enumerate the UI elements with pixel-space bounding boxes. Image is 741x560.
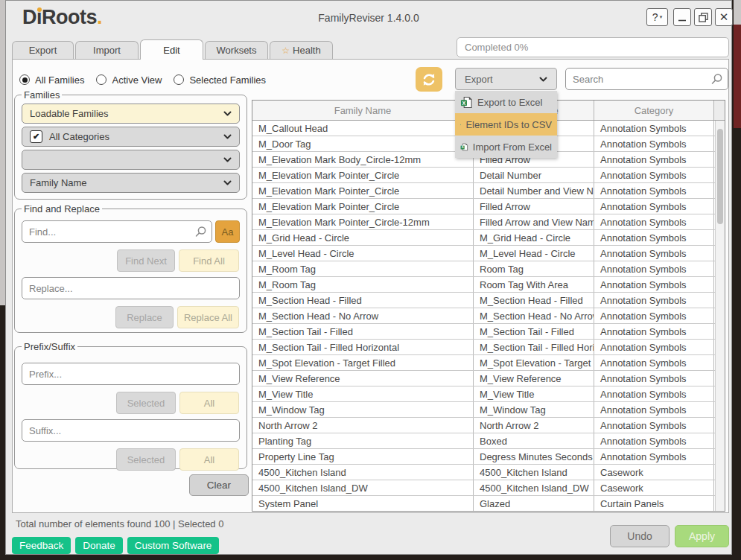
cell-category: Annotation Symbols xyxy=(594,418,714,433)
cell-category: Annotation Symbols xyxy=(594,136,714,151)
find-all-button[interactable]: Find All xyxy=(179,249,239,272)
prefix-input[interactable] xyxy=(22,363,240,385)
maximize-button[interactable] xyxy=(694,8,712,26)
table-row[interactable]: M_Section Head - No Arrow M_Section Head… xyxy=(252,308,715,324)
category-filter-dropdown[interactable] xyxy=(22,150,240,170)
table-row[interactable]: M_View Title M_View Title Annotation Sym… xyxy=(252,386,715,402)
table-row[interactable]: M_Elevation Mark Pointer_Circle Detail N… xyxy=(252,168,715,183)
radio-all-families[interactable]: All Families xyxy=(19,74,84,86)
export-dropdown-button[interactable]: Export xyxy=(455,68,557,90)
tab-worksets[interactable]: ☆ Worksets xyxy=(205,41,268,59)
find-replace-legend: Find and Replace xyxy=(22,203,102,214)
family-type-dropdown[interactable]: Loadable Families xyxy=(22,104,240,124)
cell-category: Annotation Symbols xyxy=(594,230,714,245)
replace-input[interactable] xyxy=(22,277,240,299)
cell-family-name: M_Section Tail - Filled Horizontal xyxy=(252,340,474,354)
tab-health[interactable]: ☆ Health xyxy=(270,41,333,59)
table-row[interactable]: M_Spot Elevation - Target Filled M_Spot … xyxy=(252,355,715,371)
table-row[interactable]: M_Level Head - Circle M_Level Head - Cir… xyxy=(252,246,715,261)
table-scrollbar[interactable] xyxy=(715,121,725,511)
menu-element-ids-to-csv[interactable]: X Element IDs to CSV xyxy=(455,113,557,136)
table-row[interactable]: 4500_Kitchen Island 4500_Kitchen Island … xyxy=(252,465,715,480)
all-categories-checkbox[interactable]: ✔ xyxy=(30,130,42,143)
cell-category: Annotation Symbols xyxy=(594,433,714,448)
column-header-category[interactable]: Category xyxy=(594,101,714,120)
prefix-suffix-section: Prefix/Suffix Selected All Selected All xyxy=(14,341,247,469)
table-row[interactable]: M_Room Tag Room Tag With Area Annotation… xyxy=(252,277,715,293)
cell-family-name: M_Elevation Mark Pointer_Circle xyxy=(252,199,474,214)
star-icon: ☆ xyxy=(282,45,290,56)
column-header-family-name[interactable]: Family Name xyxy=(252,101,474,120)
find-input[interactable] xyxy=(22,220,212,243)
export-menu: X Export to Excel X Element IDs to CSV xyxy=(455,91,557,158)
close-button[interactable]: ✕ xyxy=(715,8,733,26)
cell-family-name: M_Elevation Mark Pointer_Circle-12mm xyxy=(252,214,474,229)
find-next-button[interactable]: Find Next xyxy=(117,249,175,272)
table-body: M_Callout Head Annotation Symbols M_Door… xyxy=(252,121,715,511)
prefix-selected-button[interactable]: Selected xyxy=(116,392,176,414)
radio-selected-families[interactable]: Selected Families xyxy=(174,74,266,86)
table-row[interactable]: M_Room Tag Room Tag Annotation Symbols xyxy=(252,261,715,277)
prefix-all-button[interactable]: All xyxy=(179,392,239,414)
table-row[interactable]: North Arrow 2 North Arrow 2 Annotation S… xyxy=(252,418,715,433)
cell-category: Annotation Symbols xyxy=(594,402,714,417)
tab-export[interactable]: ☆ Export xyxy=(12,41,74,59)
undo-button[interactable]: Undo xyxy=(610,525,670,547)
cell-type-name: North Arrow 2 xyxy=(474,418,594,433)
table-row[interactable]: M_Elevation Mark Pointer_Circle Detail N… xyxy=(252,183,715,199)
table-row[interactable]: M_Section Tail - Filled Horizontal M_Sec… xyxy=(252,340,715,355)
menu-export-to-excel[interactable]: X Export to Excel xyxy=(455,91,557,113)
help-button[interactable]: ?▾ xyxy=(646,8,668,26)
window-title: FamilyReviser 1.4.0.0 xyxy=(6,12,731,24)
table-row[interactable]: Property Line Tag Degress Minutes Second… xyxy=(252,449,715,465)
suffix-input[interactable] xyxy=(22,419,240,442)
scrollbar-thumb[interactable] xyxy=(717,129,723,224)
cell-category: Casework xyxy=(594,480,714,495)
minimize-button[interactable] xyxy=(673,8,691,26)
table-row[interactable]: M_Section Head - Filled M_Section Head -… xyxy=(252,293,715,308)
svg-text:X: X xyxy=(462,145,464,149)
donate-button[interactable]: Donate xyxy=(75,537,123,554)
match-case-button[interactable]: Aa xyxy=(215,220,240,243)
search-input[interactable] xyxy=(565,68,728,90)
cell-category: Annotation Symbols xyxy=(594,371,714,386)
custom-software-button[interactable]: Custom Software xyxy=(127,537,220,554)
replace-button[interactable]: Replace xyxy=(115,306,174,328)
menu-import-from-excel[interactable]: X Import From Excel xyxy=(455,136,557,158)
chevron-down-icon xyxy=(223,157,232,162)
suffix-all-button[interactable]: All xyxy=(179,448,239,471)
table-row[interactable]: 4500_Kitchen Island_DW 4500_Kitchen Isla… xyxy=(252,480,715,496)
replace-all-button[interactable]: Replace All xyxy=(177,306,239,328)
refresh-button[interactable] xyxy=(416,67,442,92)
categories-dropdown[interactable]: ✔All Categories xyxy=(22,127,240,147)
cell-category: Annotation Symbols xyxy=(594,355,714,370)
cell-family-name: M_View Title xyxy=(252,386,474,401)
footer-links: Feedback Donate Custom Software xyxy=(12,537,219,554)
cell-type-name: Boxed xyxy=(474,433,594,448)
svg-text:X: X xyxy=(462,100,466,106)
table-row[interactable]: M_Grid Head - Circle M_Grid Head - Circl… xyxy=(252,230,715,246)
cell-type-name: Degress Minutes Seconds xyxy=(474,449,594,464)
tab-import[interactable]: ☆ Import xyxy=(75,41,139,59)
table-row[interactable]: Planting Tag Boxed Annotation Symbols xyxy=(252,433,715,449)
table-row[interactable]: M_Elevation Mark Pointer_Circle Filled A… xyxy=(252,199,715,214)
minimize-icon xyxy=(678,13,687,22)
feedback-button[interactable]: Feedback xyxy=(12,537,71,554)
chevron-down-icon xyxy=(223,134,232,139)
cell-type-name: M_View Title xyxy=(474,386,594,401)
clear-button[interactable]: Clear xyxy=(189,474,249,496)
table-row[interactable]: M_Elevation Mark Pointer_Circle-12mm Fil… xyxy=(252,214,715,230)
desktop-background-strip-left xyxy=(0,0,5,305)
cell-type-name: M_View Reference xyxy=(474,371,594,386)
sort-by-dropdown[interactable]: Family Name xyxy=(22,173,240,193)
table-row[interactable]: M_Window Tag M_Window Tag Annotation Sym… xyxy=(252,402,715,418)
table-row[interactable]: System Panel Glazed Curtain Panels xyxy=(252,496,715,511)
table-row[interactable]: M_View Reference M_View Reference Annota… xyxy=(252,371,715,386)
table-row[interactable]: M_Section Tail - Filled M_Section Tail -… xyxy=(252,324,715,340)
apply-button[interactable]: Apply xyxy=(675,525,729,547)
radio-active-view[interactable]: Active View xyxy=(96,74,162,86)
suffix-selected-button[interactable]: Selected xyxy=(116,448,176,471)
cell-type-name: Room Tag With Area xyxy=(474,277,594,292)
tab-edit[interactable]: ☆ Edit xyxy=(140,39,203,60)
cell-family-name: M_Section Head - No Arrow xyxy=(252,308,474,323)
